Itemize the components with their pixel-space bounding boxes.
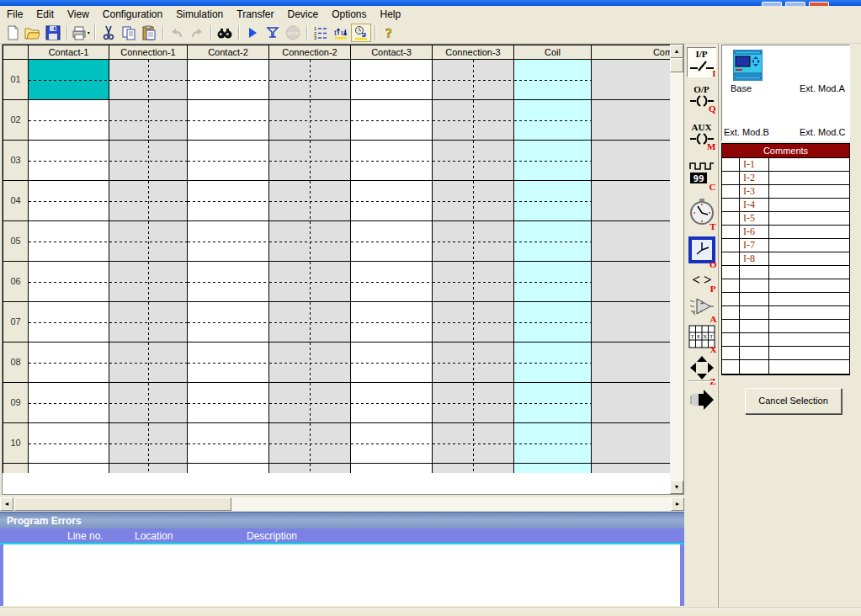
grid-cell[interactable] (109, 60, 188, 100)
grid-cell[interactable] (109, 464, 188, 473)
grid-cell[interactable] (351, 60, 433, 100)
menu-view[interactable]: View (61, 7, 96, 22)
new-icon[interactable] (3, 24, 23, 42)
scroll-right-button[interactable]: ► (671, 497, 684, 511)
comment-text-cell[interactable] (769, 320, 849, 332)
menu-edit[interactable]: Edit (29, 7, 61, 22)
grid-cell[interactable] (433, 221, 514, 262)
grid-cell[interactable] (514, 343, 592, 383)
grid-cell[interactable] (351, 141, 433, 181)
save-icon[interactable] (43, 24, 63, 42)
comment-text-cell[interactable] (769, 226, 849, 238)
grid-cell[interactable] (109, 423, 188, 464)
grid-cell[interactable] (433, 343, 514, 383)
comment-row[interactable] (722, 360, 849, 374)
grid-cell[interactable] (514, 423, 592, 464)
instruction-compare[interactable]: < >P (687, 271, 716, 290)
module-slot-base[interactable]: Base (731, 83, 752, 93)
monitor-icon[interactable] (263, 24, 283, 42)
grid-cell[interactable] (269, 302, 351, 343)
comment-select-cell[interactable] (722, 185, 740, 198)
grid-cell[interactable] (514, 221, 592, 262)
comment-row[interactable] (722, 333, 849, 347)
open-icon[interactable] (23, 24, 43, 42)
instruction-analog[interactable]: +-A (687, 296, 716, 321)
instruction-aux-relay[interactable]: AUXM (687, 123, 716, 148)
instruction-hmi-text[interactable]: TEXTX (687, 325, 716, 351)
grid-cell[interactable] (351, 383, 433, 423)
grid-cell[interactable] (188, 302, 269, 343)
grid-cell[interactable] (109, 181, 188, 221)
grid-cell[interactable] (188, 100, 269, 141)
module-slot-ext-c[interactable]: Ext. Mod.C (800, 127, 845, 137)
comment-row[interactable]: I-7 (722, 239, 849, 252)
comment-row[interactable]: I-2 (722, 172, 849, 185)
grid-cell[interactable] (29, 60, 109, 100)
comment-select-cell[interactable] (722, 347, 740, 359)
horizontal-scrollbar[interactable]: ◄ ► (0, 497, 684, 511)
comment-select-cell[interactable] (722, 212, 740, 225)
grid-cell[interactable] (351, 302, 433, 343)
comment-select-cell[interactable] (722, 158, 740, 171)
grid-cell[interactable] (514, 262, 592, 302)
instruction-output-coil[interactable]: O/PQ (687, 85, 716, 110)
comment-text-cell[interactable] (769, 266, 849, 279)
grid-cell[interactable] (514, 302, 592, 343)
grid-cell[interactable] (29, 302, 109, 343)
transfer-icon[interactable] (351, 24, 371, 42)
grid-cell[interactable] (29, 262, 109, 302)
grid-cell[interactable] (109, 343, 188, 383)
grid-cell[interactable] (188, 423, 269, 464)
grid-cell[interactable] (269, 100, 351, 141)
grid-cell[interactable] (188, 181, 269, 221)
comment-row[interactable]: I-4 (722, 199, 849, 212)
instruction-timer[interactable]: T (687, 199, 716, 228)
grid-cell[interactable] (269, 141, 351, 181)
instruction-counter[interactable]: 99C (687, 161, 716, 189)
comment-row[interactable] (722, 293, 849, 306)
menu-file[interactable]: File (0, 7, 29, 22)
comment-row[interactable]: I-1 (722, 158, 849, 172)
menu-device[interactable]: Device (280, 7, 325, 22)
list-icon[interactable]: 123 (311, 24, 331, 42)
comment-select-cell[interactable] (722, 293, 740, 305)
menu-help[interactable]: Help (374, 7, 408, 22)
grid-cell[interactable] (351, 262, 433, 302)
comment-text-cell[interactable] (769, 293, 849, 305)
instruction-input-contact[interactable]: I/PI (687, 47, 716, 77)
comment-row[interactable]: I-3 (722, 185, 849, 199)
grid-cell[interactable] (514, 100, 592, 141)
grid-cell[interactable] (433, 141, 514, 181)
help-icon[interactable]: ? (379, 24, 399, 42)
cancel-selection-button[interactable]: Cancel Selection (745, 388, 842, 414)
grid-cell[interactable] (188, 262, 269, 302)
comment-select-cell[interactable] (722, 226, 740, 238)
grid-cell[interactable] (433, 181, 514, 221)
comment-row[interactable]: I-6 (722, 226, 849, 239)
vertical-scroll-thumb[interactable] (670, 58, 683, 72)
module-slot-ext-b[interactable]: Ext. Mod.B (724, 127, 769, 137)
instruction-next-page[interactable] (687, 389, 716, 413)
grid-cell[interactable] (351, 343, 433, 383)
grid-cell[interactable] (29, 100, 109, 141)
grid-cell[interactable] (351, 100, 433, 141)
base-module-icon[interactable] (733, 50, 763, 83)
comment-text-cell[interactable] (769, 333, 849, 346)
grid-cell[interactable] (514, 141, 592, 181)
grid-cell[interactable] (351, 423, 433, 464)
instruction-keypad-keys[interactable]: Z (687, 355, 716, 383)
convert-icon[interactable]: tu (331, 24, 351, 42)
grid-cell[interactable] (433, 60, 514, 100)
comment-text-cell[interactable] (769, 199, 849, 211)
grid-cell[interactable] (188, 343, 269, 383)
grid-cell[interactable] (433, 262, 514, 302)
grid-cell[interactable] (351, 181, 433, 221)
grid-cell[interactable] (29, 343, 109, 383)
comment-select-cell[interactable] (722, 172, 740, 184)
menu-options[interactable]: Options (325, 7, 373, 22)
grid-cell[interactable] (269, 343, 351, 383)
comment-select-cell[interactable] (722, 360, 740, 374)
grid-cell[interactable] (269, 383, 351, 423)
grid-cell[interactable] (29, 464, 109, 473)
comment-text-cell[interactable] (769, 347, 849, 359)
